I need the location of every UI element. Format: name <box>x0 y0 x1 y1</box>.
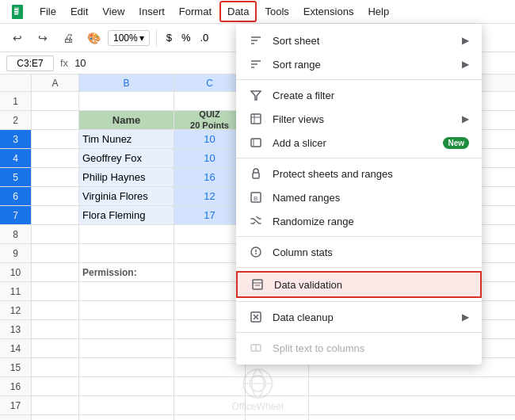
sort-range-icon <box>249 57 263 71</box>
cell-b3[interactable]: Tim Nunez <box>79 130 174 148</box>
cell-a5[interactable] <box>32 168 79 186</box>
cell-b6[interactable]: Virginia Flores <box>79 187 174 205</box>
cell-c5[interactable]: 16 <box>174 168 246 186</box>
svg-marker-14 <box>251 91 261 100</box>
row-number: 14 <box>0 339 32 357</box>
row-number: 16 <box>0 377 32 395</box>
cell-c1[interactable] <box>174 92 246 110</box>
cell-c10[interactable] <box>174 263 246 281</box>
zoom-arrow-icon: ▾ <box>139 32 144 44</box>
svg-point-25 <box>255 253 257 254</box>
sheets-icon <box>10 2 25 21</box>
menu-item-data-validation[interactable]: Data validation <box>236 271 482 298</box>
menubar: File Edit View Insert Format Data Tools … <box>0 0 515 24</box>
row-number: 17 <box>0 396 32 414</box>
menu-help[interactable]: Help <box>361 2 395 21</box>
menu-item-column-stats[interactable]: Column stats <box>236 240 482 264</box>
svg-rect-26 <box>253 280 262 289</box>
redo-button[interactable]: ↪ <box>32 27 54 49</box>
cell-c7[interactable]: 17 <box>174 206 246 224</box>
cell-a9[interactable] <box>32 244 79 262</box>
row-number: 13 <box>0 320 32 338</box>
cell-b7[interactable]: Flora Fleming <box>79 206 174 224</box>
cell-a2[interactable] <box>32 111 79 129</box>
menu-item-filter-views[interactable]: Filter views ▶ <box>236 107 482 131</box>
svg-rect-20 <box>253 173 259 178</box>
zoom-selector[interactable]: 100% ▾ <box>108 30 150 46</box>
cell-a4[interactable] <box>32 149 79 167</box>
menu-item-data-cleanup[interactable]: Data cleanup ▶ <box>236 305 482 329</box>
cell-a10[interactable] <box>32 263 79 281</box>
cell-c2[interactable]: QUIZ20 Points <box>174 111 246 129</box>
decimal-button[interactable]: .0 <box>197 30 212 45</box>
cell-b5[interactable]: Philip Haynes <box>79 168 174 186</box>
row-number: 11 <box>0 282 32 300</box>
col-header-a[interactable]: A <box>32 74 79 91</box>
cell-a8[interactable] <box>32 225 79 243</box>
print-button[interactable]: 🖨 <box>57 27 79 49</box>
sort-sheet-arrow-icon: ▶ <box>462 35 469 46</box>
menu-item-protect[interactable]: Protect sheets and ranges <box>236 162 482 185</box>
create-filter-label: Create a filter <box>273 90 469 101</box>
cell-b9[interactable] <box>79 244 174 262</box>
filter-views-label: Filter views <box>273 113 452 125</box>
menu-item-sort-range[interactable]: Sort range ▶ <box>236 52 482 76</box>
protect-icon <box>249 166 263 181</box>
cell-reference[interactable]: C3:E7 <box>6 55 54 71</box>
cell-c3[interactable]: 10 <box>174 130 246 148</box>
currency-button[interactable]: $ <box>163 30 175 45</box>
menu-item-add-slicer[interactable]: Add a slicer New <box>236 131 482 155</box>
row-number: 12 <box>0 301 32 319</box>
percent-button[interactable]: % <box>178 30 194 45</box>
cell-b8[interactable] <box>79 225 174 243</box>
data-validation-label: Data validation <box>274 279 467 291</box>
cell-a7[interactable] <box>32 206 79 224</box>
menu-item-randomize[interactable]: Randomize range <box>236 209 482 233</box>
row-number: 3 <box>0 130 32 148</box>
cell-c4[interactable]: 10 <box>174 149 246 167</box>
col-header-c[interactable]: C <box>174 74 246 91</box>
named-ranges-label: Named ranges <box>273 192 469 204</box>
menu-tools[interactable]: Tools <box>258 2 295 21</box>
named-ranges-icon: B <box>249 190 263 204</box>
svg-rect-2 <box>14 9 18 10</box>
row-number: 7 <box>0 206 32 224</box>
table-row: 17 <box>0 396 515 415</box>
cell-b2[interactable]: Name <box>79 111 174 129</box>
create-filter-icon <box>249 88 263 102</box>
split-text-icon <box>249 341 263 355</box>
row-number: 5 <box>0 168 32 186</box>
row-number: 15 <box>0 358 32 376</box>
menu-insert[interactable]: Insert <box>132 2 171 21</box>
zoom-value: 100% <box>113 32 138 44</box>
menu-format[interactable]: Format <box>173 2 218 21</box>
cell-c8[interactable] <box>174 225 246 243</box>
cell-b10[interactable]: Permission: <box>79 263 174 281</box>
cell-a1[interactable] <box>32 92 79 110</box>
cell-c9[interactable] <box>174 244 246 262</box>
menu-view[interactable]: View <box>96 2 131 21</box>
row-number: 2 <box>0 111 32 129</box>
paint-format-button[interactable]: 🎨 <box>82 27 105 49</box>
menu-item-named-ranges[interactable]: B Named ranges <box>236 185 482 209</box>
fx-label: fx <box>60 57 68 69</box>
undo-button[interactable]: ↩ <box>6 27 29 49</box>
menu-data[interactable]: Data <box>219 1 257 22</box>
menu-file[interactable]: File <box>33 2 63 21</box>
menu-extensions[interactable]: Extensions <box>297 2 360 21</box>
cell-b4[interactable]: Geoffrey Fox <box>79 149 174 167</box>
menu-item-sort-sheet[interactable]: Sort sheet ▶ <box>236 29 482 52</box>
data-validation-icon <box>250 277 265 292</box>
menu-item-create-filter[interactable]: Create a filter <box>236 83 482 107</box>
toolbar-divider-1 <box>156 30 157 46</box>
cell-b1[interactable] <box>79 92 174 110</box>
data-dropdown-menu: Sort sheet ▶ Sort range ▶ Create a filte… <box>236 24 482 365</box>
col-header-b[interactable]: B <box>79 74 174 91</box>
menu-edit[interactable]: Edit <box>64 2 94 21</box>
cell-c6[interactable]: 12 <box>174 187 246 205</box>
filter-views-arrow-icon: ▶ <box>462 113 469 124</box>
sort-sheet-label: Sort sheet <box>273 35 452 47</box>
row-number: 18 <box>0 415 32 420</box>
cell-a6[interactable] <box>32 187 79 205</box>
cell-a3[interactable] <box>32 130 79 148</box>
